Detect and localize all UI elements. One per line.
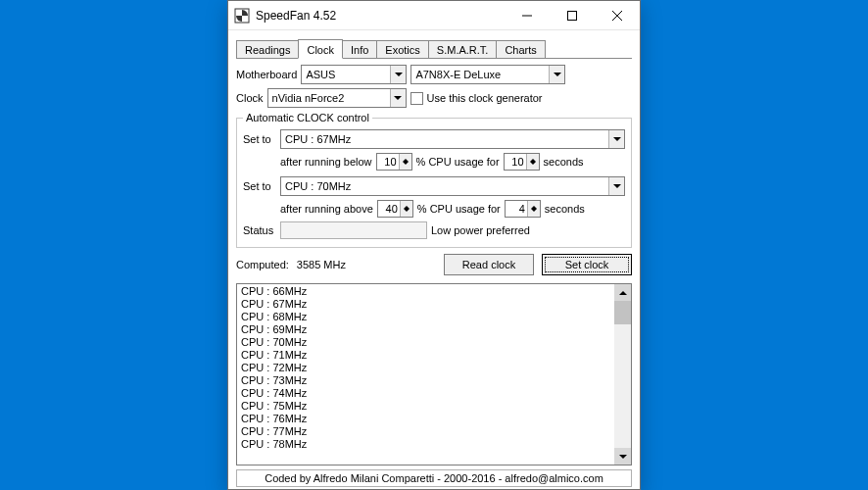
list-item[interactable]: CPU : 72MHz xyxy=(241,362,610,374)
chevron-down-icon xyxy=(390,89,406,107)
footer-text: Coded by Alfredo Milani Comparetti - 200… xyxy=(236,469,632,487)
tab-bar: Readings Clock Info Exotics S.M.A.R.T. C… xyxy=(236,36,632,58)
app-window: SpeedFan 4.52 Readings Clock Info Exotic… xyxy=(227,0,641,490)
scroll-thumb[interactable] xyxy=(614,301,631,324)
spin-up-icon[interactable] xyxy=(401,201,412,209)
list-item[interactable]: CPU : 76MHz xyxy=(241,413,610,425)
tab-exotics[interactable]: Exotics xyxy=(376,40,428,58)
pct-usage-label: % CPU usage for xyxy=(416,156,500,168)
spin-up-icon[interactable] xyxy=(527,154,539,162)
svg-rect-2 xyxy=(568,11,577,20)
low-secs-spinner[interactable] xyxy=(504,153,540,171)
titlebar[interactable]: SpeedFan 4.52 xyxy=(228,1,640,30)
frequency-listbox[interactable]: CPU : 66MHzCPU : 67MHzCPU : 68MHzCPU : 6… xyxy=(236,283,632,466)
tab-smart[interactable]: S.M.A.R.T. xyxy=(428,40,498,58)
high-secs-spinner[interactable] xyxy=(505,200,541,218)
list-item[interactable]: CPU : 68MHz xyxy=(241,311,610,323)
motherboard-label: Motherboard xyxy=(236,69,297,80)
scroll-up-button[interactable] xyxy=(614,284,631,301)
app-icon xyxy=(234,8,250,24)
list-item[interactable]: CPU : 69MHz xyxy=(241,323,610,336)
set-clock-button[interactable]: Set clock xyxy=(542,254,632,275)
list-item[interactable]: CPU : 77MHz xyxy=(241,425,610,438)
clock-chip-select[interactable]: nVidia nForce2 xyxy=(267,88,407,108)
tab-info[interactable]: Info xyxy=(342,40,377,58)
low-pct-spinner[interactable] xyxy=(376,153,412,171)
low-freq-select[interactable]: CPU : 67MHz xyxy=(280,129,625,149)
use-clock-generator-checkbox[interactable]: Use this clock generator xyxy=(410,92,543,105)
seconds-label: seconds xyxy=(544,156,584,168)
spin-down-icon[interactable] xyxy=(528,209,540,217)
spin-down-icon[interactable] xyxy=(400,162,411,170)
tab-readings[interactable]: Readings xyxy=(236,40,299,58)
tab-clock[interactable]: Clock xyxy=(298,39,343,59)
scroll-down-button[interactable] xyxy=(614,448,631,465)
tab-charts[interactable]: Charts xyxy=(496,40,545,58)
clock-label: Clock xyxy=(236,92,264,104)
status-label: Status xyxy=(243,224,276,236)
spin-up-icon[interactable] xyxy=(400,154,411,162)
motherboard-vendor-select[interactable]: ASUS xyxy=(301,65,407,84)
after-running-above-label: after running above xyxy=(280,203,373,215)
high-pct-spinner[interactable] xyxy=(377,200,413,218)
list-item[interactable]: CPU : 73MHz xyxy=(241,374,610,387)
motherboard-model-select[interactable]: A7N8X-E DeLuxe xyxy=(410,65,565,84)
list-item[interactable]: CPU : 75MHz xyxy=(241,400,610,413)
after-running-below-label: after running below xyxy=(280,156,372,168)
close-button[interactable] xyxy=(595,1,640,30)
spin-down-icon[interactable] xyxy=(527,162,539,170)
maximize-button[interactable] xyxy=(550,1,595,30)
group-legend: Automatic CLOCK control xyxy=(243,112,372,123)
checkbox-box xyxy=(410,92,423,105)
chevron-down-icon xyxy=(549,66,564,83)
pct-usage-label: % CPU usage for xyxy=(417,203,501,215)
high-freq-select[interactable]: CPU : 70MHz xyxy=(280,176,625,196)
list-item[interactable]: CPU : 66MHz xyxy=(241,285,610,298)
window-title: SpeedFan 4.52 xyxy=(256,9,505,23)
minimize-button[interactable] xyxy=(505,1,550,30)
list-item[interactable]: CPU : 70MHz xyxy=(241,336,610,349)
read-clock-button[interactable]: Read clock xyxy=(444,254,534,275)
auto-clock-control-group: Automatic CLOCK control Set to CPU : 67M… xyxy=(236,112,632,248)
computed-label: Computed: xyxy=(236,259,289,270)
list-item[interactable]: CPU : 74MHz xyxy=(241,387,610,400)
spin-up-icon[interactable] xyxy=(528,201,540,209)
set-to-label: Set to xyxy=(243,133,276,145)
chevron-down-icon xyxy=(608,177,624,195)
scrollbar[interactable] xyxy=(614,284,631,465)
set-to-label: Set to xyxy=(243,180,276,192)
seconds-label: seconds xyxy=(545,203,585,215)
tab-panel-clock: Motherboard ASUS A7N8X-E DeLuxe Clock nV… xyxy=(236,58,632,283)
mode-text: Low power preferred xyxy=(431,224,530,236)
status-box xyxy=(280,221,427,239)
list-item[interactable]: CPU : 67MHz xyxy=(241,298,610,311)
chevron-down-icon xyxy=(390,66,406,83)
computed-value: 3585 MHz xyxy=(297,259,346,270)
list-item[interactable]: CPU : 78MHz xyxy=(241,438,610,451)
spin-down-icon[interactable] xyxy=(401,209,412,217)
chevron-down-icon xyxy=(608,130,624,148)
list-item[interactable]: CPU : 71MHz xyxy=(241,349,610,362)
